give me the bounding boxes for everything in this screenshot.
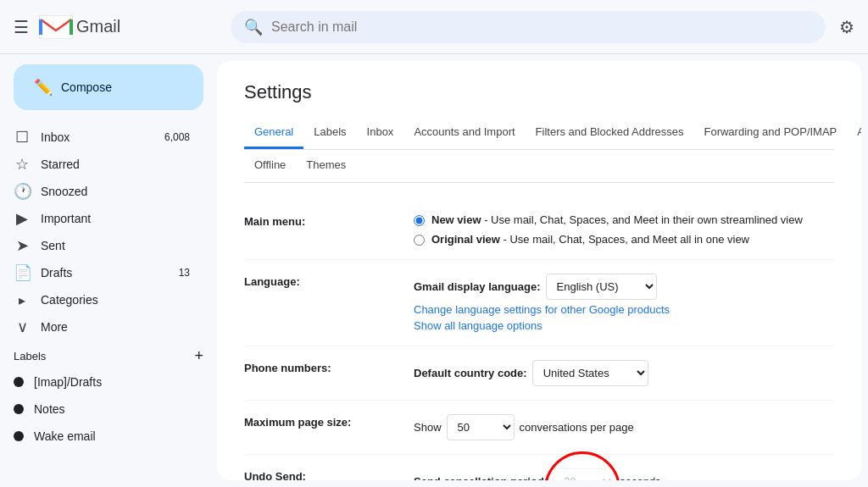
- sidebar-item-important[interactable]: ▶ Important: [0, 205, 203, 232]
- header-left: ☰ Gmail: [14, 15, 217, 39]
- pencil-icon: ✏️: [34, 78, 53, 97]
- compose-label: Compose: [61, 80, 112, 94]
- gmail-display-language-label: Gmail display language:: [414, 280, 541, 293]
- tab-forwarding[interactable]: Forwarding and POP/IMAP: [693, 117, 847, 149]
- tab-more[interactable]: A: [847, 117, 861, 149]
- main-menu-label: Main menu:: [244, 213, 414, 228]
- show-all-language-link[interactable]: Show all language options: [414, 319, 834, 332]
- imap-drafts-label: [Imap]/Drafts: [34, 375, 102, 389]
- main-menu-value: New view - Use mail, Chat, Spaces, and M…: [414, 213, 834, 246]
- radio-new-view[interactable]: New view - Use mail, Chat, Spaces, and M…: [414, 213, 834, 226]
- sidebar-item-imap-drafts[interactable]: [Imap]/Drafts: [0, 368, 203, 396]
- show-label: Show: [414, 421, 442, 434]
- sidebar: ✏️ Compose ☐ Inbox 6,008 ☆ Starred 🕐 Sno…: [0, 54, 217, 487]
- sliders-icon[interactable]: ⚙: [839, 18, 854, 36]
- sidebar-item-snoozed[interactable]: 🕐 Snoozed: [0, 178, 203, 205]
- drafts-icon: 📄: [14, 263, 31, 282]
- seconds-label: seconds: [620, 475, 660, 480]
- main-menu-radio-group: New view - Use mail, Chat, Spaces, and M…: [414, 213, 834, 246]
- undo-send-inline: Send cancellation period: 30 5 10: [414, 468, 834, 480]
- page-size-select[interactable]: 50 25 100: [447, 414, 515, 440]
- phone-label: Phone numbers:: [244, 360, 414, 374]
- drafts-label: Drafts: [41, 266, 72, 279]
- app-body: ✏️ Compose ☐ Inbox 6,008 ☆ Starred 🕐 Sno…: [0, 54, 868, 487]
- default-country-code-label: Default country code:: [414, 367, 527, 379]
- tab-themes[interactable]: Themes: [296, 150, 356, 182]
- search-icon: 🔍: [244, 18, 263, 36]
- search-input[interactable]: [271, 19, 812, 35]
- sidebar-item-wake-email[interactable]: Wake email: [0, 423, 203, 450]
- undo-send-label: Undo Send:: [244, 468, 414, 480]
- more-label: More: [41, 320, 68, 334]
- sidebar-item-categories[interactable]: ▸ Categories: [0, 286, 203, 313]
- categories-icon: ▸: [14, 292, 31, 308]
- compose-button[interactable]: ✏️ Compose: [14, 64, 203, 110]
- sidebar-item-sent[interactable]: ➤ Sent: [0, 232, 203, 259]
- settings-row-undo-send: Undo Send: Send cancellation period: 30 …: [244, 455, 834, 480]
- starred-label: Starred: [41, 158, 80, 171]
- phone-inline: Default country code: United States: [414, 360, 834, 386]
- gmail-m-icon: [39, 15, 73, 39]
- star-icon: ☆: [14, 155, 31, 174]
- language-label: Language:: [244, 274, 414, 288]
- page-title: Settings: [244, 81, 834, 103]
- label-dot-notes: [14, 404, 24, 414]
- country-code-select[interactable]: United States: [532, 360, 648, 386]
- sidebar-item-inbox[interactable]: ☐ Inbox 6,008: [0, 124, 203, 151]
- drafts-count: 13: [179, 267, 190, 279]
- snoozed-label: Snoozed: [41, 185, 87, 198]
- menu-icon[interactable]: ☰: [14, 17, 29, 37]
- radio-new-view-input[interactable]: [414, 215, 425, 226]
- important-icon: ▶: [14, 209, 31, 228]
- sent-icon: ➤: [14, 236, 31, 255]
- notes-label: Notes: [34, 402, 65, 416]
- inbox-icon: ☐: [14, 128, 31, 147]
- change-language-link[interactable]: Change language settings for other Googl…: [414, 303, 834, 316]
- radio-original-view[interactable]: Original view - Use mail, Chat, Spaces, …: [414, 233, 834, 246]
- label-dot-wake: [14, 431, 24, 441]
- settings-sub-tabs: Offline Themes: [244, 150, 834, 183]
- header-right: ⚙: [839, 17, 854, 37]
- important-label: Important: [41, 212, 91, 225]
- add-label-icon[interactable]: +: [194, 347, 203, 365]
- tab-accounts-import[interactable]: Accounts and Import: [403, 117, 525, 149]
- search-bar[interactable]: 🔍: [231, 11, 826, 43]
- label-dot-imap: [14, 377, 24, 387]
- labels-section: Labels +: [0, 340, 217, 368]
- sidebar-item-starred[interactable]: ☆ Starred: [0, 151, 203, 178]
- sidebar-item-drafts[interactable]: 📄 Drafts 13: [0, 259, 203, 286]
- tab-filters[interactable]: Filters and Blocked Addresses: [526, 117, 694, 149]
- radio-new-view-label: New view - Use mail, Chat, Spaces, and M…: [431, 213, 803, 226]
- clock-icon: 🕐: [14, 182, 31, 201]
- categories-label: Categories: [41, 293, 98, 307]
- language-value: Gmail display language: English (US) Cha…: [414, 274, 834, 332]
- sidebar-item-notes[interactable]: Notes: [0, 396, 203, 423]
- sidebar-item-more[interactable]: ∨ More: [0, 313, 203, 340]
- tab-general[interactable]: General: [244, 117, 303, 149]
- language-select[interactable]: English (US): [546, 274, 657, 300]
- wake-email-label: Wake email: [34, 429, 96, 443]
- page-size-inline: Show 50 25 100 conversations per page: [414, 414, 834, 440]
- undo-send-dropdown-container: 30 5 10 20: [553, 468, 615, 480]
- settings-tabs: General Labels Inbox Accounts and Import…: [244, 117, 834, 150]
- tab-inbox[interactable]: Inbox: [357, 117, 404, 149]
- undo-send-value: Send cancellation period: 30 5 10: [414, 468, 834, 480]
- page-size-value: Show 50 25 100 conversations per page: [414, 414, 834, 440]
- radio-original-view-label: Original view - Use mail, Chat, Spaces, …: [431, 233, 749, 246]
- page-size-label: Maximum page size:: [244, 414, 414, 429]
- main-content: Settings General Labels Inbox Accounts a…: [217, 61, 861, 480]
- undo-send-select[interactable]: 30: [553, 468, 615, 480]
- inbox-label: Inbox: [41, 130, 70, 144]
- language-inline: Gmail display language: English (US): [414, 274, 834, 300]
- settings-row-main-menu: Main menu: New view - Use mail, Chat, Sp…: [244, 200, 834, 260]
- send-cancellation-label: Send cancellation period:: [414, 475, 548, 480]
- inbox-count: 6,008: [164, 131, 190, 143]
- radio-original-view-input[interactable]: [414, 235, 425, 246]
- labels-section-title: Labels: [14, 350, 46, 362]
- tab-labels[interactable]: Labels: [303, 117, 356, 149]
- conversations-per-page-label: conversations per page: [520, 421, 634, 434]
- tab-offline[interactable]: Offline: [244, 150, 296, 182]
- settings-row-phone: Phone numbers: Default country code: Uni…: [244, 346, 834, 401]
- gmail-logo: Gmail: [39, 15, 120, 39]
- settings-row-language: Language: Gmail display language: Englis…: [244, 260, 834, 346]
